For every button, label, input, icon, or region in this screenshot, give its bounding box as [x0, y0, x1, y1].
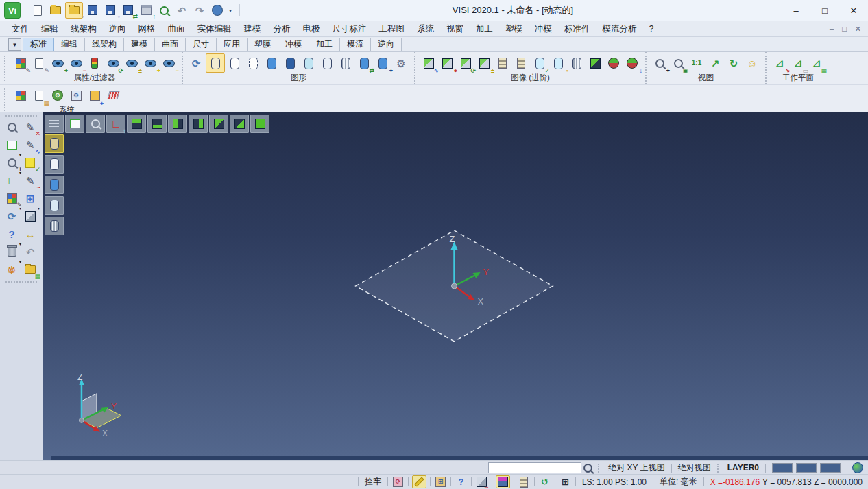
undo-operation[interactable]: ↶	[21, 243, 39, 260]
filter-show-all[interactable]: +	[141, 54, 159, 72]
adv-section-b[interactable]	[512, 54, 530, 72]
render-transparent[interactable]	[45, 196, 64, 215]
new-file[interactable]	[29, 3, 46, 18]
tab-10[interactable]: 加工	[309, 38, 340, 51]
menu-item-4[interactable]: 逆向	[103, 22, 132, 36]
toolbar-config[interactable]: ⚙	[67, 86, 85, 104]
menu-item-20[interactable]: ?	[643, 23, 660, 35]
dynamic-rotation[interactable]: ⟳	[391, 476, 405, 488]
adv-refresh[interactable]: ⟳	[457, 54, 474, 72]
menu-item-18[interactable]: 标准件	[558, 22, 596, 36]
adv-annotate[interactable]: ▫	[549, 54, 567, 72]
zoom-window[interactable]: ▣	[669, 54, 687, 72]
rotate-view[interactable]: ↻	[725, 54, 743, 72]
tab-11[interactable]: 模流	[339, 38, 371, 51]
ucs-display[interactable]: ∟↑	[106, 115, 125, 133]
search-button[interactable]	[581, 462, 594, 474]
minimize-button[interactable]: –	[782, 0, 810, 21]
menu-item-16[interactable]: 塑模	[499, 22, 529, 36]
system-options[interactable]: ⚙	[49, 86, 67, 104]
maximize-button[interactable]: □	[810, 0, 839, 21]
outline-mode[interactable]	[226, 54, 243, 72]
hidden-line-mode[interactable]	[337, 54, 354, 72]
view-bottom[interactable]	[147, 115, 167, 133]
viewport-3d[interactable]: Z Y X Z Y X ∟↑	[43, 112, 868, 461]
smart-select-wand[interactable]	[412, 475, 426, 488]
shaded-edges-mode[interactable]	[281, 54, 299, 72]
adv-hatch[interactable]	[568, 54, 586, 72]
zoom-scale-1-1[interactable]: 1:1	[688, 54, 706, 72]
regen-view[interactable]: ⟳▾	[3, 208, 21, 224]
menu-item-12[interactable]: 工程图	[373, 22, 411, 36]
selection-box[interactable]	[3, 136, 21, 153]
print[interactable]: ↑	[138, 3, 154, 18]
color-swatch-2[interactable]	[796, 463, 817, 473]
zoom-plus[interactable]: +▾	[3, 154, 21, 171]
toolbar-overflow-button[interactable]: ▾	[226, 3, 235, 17]
adv-validate[interactable]: ✓	[531, 54, 548, 72]
snap-options[interactable]: ⊞	[434, 476, 447, 488]
wireframe-mode[interactable]	[206, 53, 225, 73]
tab-5[interactable]: 曲面	[154, 38, 186, 51]
adv-add-curves[interactable]: ∿	[420, 54, 437, 72]
filter-refresh[interactable]: ⟳	[104, 54, 122, 72]
filter-add[interactable]: +	[49, 54, 67, 72]
render-shaded-active[interactable]	[45, 134, 64, 153]
menu-item-5[interactable]: 网格	[132, 22, 162, 36]
auto-regen[interactable]: ↺	[538, 476, 551, 488]
insert-image[interactable]: ▦	[21, 261, 39, 278]
scale-status[interactable]: LS: 1.00 PS: 1.00	[579, 477, 649, 487]
menu-item-7[interactable]: 实体编辑	[191, 22, 238, 36]
menu-item-19[interactable]: 模流分析	[596, 22, 643, 36]
mdi-close-button[interactable]: ✕	[855, 25, 861, 34]
view-back[interactable]	[230, 115, 249, 133]
measure-distance[interactable]: ↔	[21, 226, 39, 242]
menu-item-3[interactable]: 线架构	[64, 22, 103, 36]
zoom-extents[interactable]	[65, 115, 84, 133]
entity-attributes[interactable]: ✎	[3, 190, 21, 206]
menu-item-1[interactable]: 文件	[5, 22, 35, 36]
solid-preview-dropdown[interactable]: ▾	[38, 206, 40, 211]
adv-traffic-light[interactable]: ●	[438, 54, 456, 72]
menu-item-2[interactable]: 编辑	[35, 22, 64, 36]
view-orientation-status[interactable]: 绝对 XY 上视图	[605, 462, 667, 474]
database-search[interactable]	[156, 3, 172, 18]
adv-export-sphere[interactable]: ↓	[623, 54, 641, 72]
menu-item-9[interactable]: 分析	[267, 22, 297, 36]
pan-view[interactable]: ↗	[706, 54, 724, 72]
context-help[interactable]: ?	[455, 476, 468, 488]
tab-4[interactable]: 建模	[123, 38, 155, 51]
point-snap-settings[interactable]: ＋	[86, 86, 104, 104]
help[interactable]: ?	[3, 226, 21, 242]
save-as[interactable]: ▫	[102, 3, 119, 18]
undo[interactable]: ↶	[173, 3, 190, 18]
window-panes[interactable]: ⊞	[21, 190, 39, 206]
tab-dropdown-button[interactable]: ▼	[8, 38, 21, 51]
swap-render[interactable]: ⇄	[355, 54, 373, 72]
transparent-mode[interactable]	[300, 54, 317, 72]
grid-settings[interactable]	[104, 86, 122, 104]
zoom-dynamic[interactable]	[86, 115, 105, 133]
view-left[interactable]	[168, 115, 187, 133]
copy-render[interactable]: +	[374, 54, 391, 72]
delete-entities[interactable]: ▾	[3, 243, 21, 260]
regen-graphics[interactable]: ⟳	[187, 54, 205, 72]
workplane-indicator[interactable]	[496, 475, 510, 488]
tab-3[interactable]: 线架构	[84, 38, 124, 51]
attributes-report[interactable]: ✎	[30, 54, 48, 72]
menu-item-8[interactable]: 建模	[238, 22, 267, 36]
zoom-in[interactable]: +	[651, 54, 668, 72]
adv-solid-view[interactable]	[586, 54, 604, 72]
redo[interactable]: ↷	[191, 3, 208, 18]
view-observer[interactable]: ☺	[743, 54, 761, 72]
view-right[interactable]	[189, 115, 208, 133]
menu-item-10[interactable]: 电极	[297, 22, 326, 36]
adv-invert[interactable]: ±	[475, 54, 493, 72]
view-top[interactable]	[127, 115, 146, 133]
menu-item-11[interactable]: 尺寸标注	[326, 22, 373, 36]
mdi-minimize-button[interactable]: –	[830, 25, 834, 34]
view-front[interactable]	[209, 115, 228, 133]
view-mode-status[interactable]: 绝对视图	[675, 462, 714, 474]
search-input[interactable]	[488, 462, 581, 473]
open-model[interactable]: ▫	[65, 2, 83, 19]
